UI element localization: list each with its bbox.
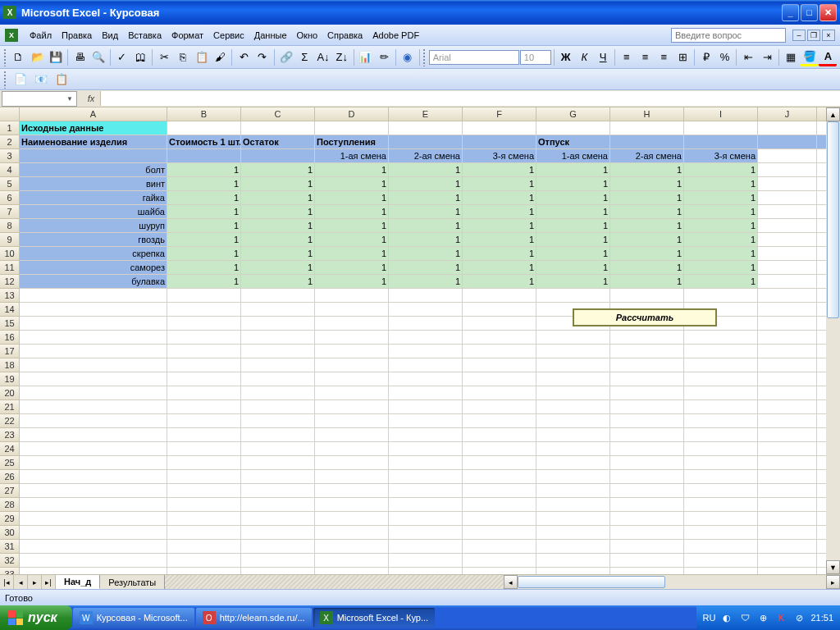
cell[interactable]: 1 — [167, 247, 241, 261]
cell[interactable] — [536, 484, 610, 498]
tray-icon[interactable]: 🛡 — [738, 611, 751, 624]
cell[interactable] — [20, 526, 167, 540]
cell[interactable] — [167, 372, 241, 386]
cell[interactable] — [536, 358, 610, 372]
cell[interactable] — [241, 442, 315, 456]
cell[interactable] — [758, 177, 817, 191]
cell[interactable] — [758, 233, 817, 247]
cell[interactable]: 1 — [389, 177, 463, 191]
cell[interactable] — [684, 512, 758, 526]
cell[interactable] — [463, 526, 536, 540]
cell[interactable] — [241, 289, 315, 303]
cell[interactable] — [315, 400, 389, 414]
menu-file[interactable]: Файл — [25, 29, 57, 42]
cell[interactable] — [463, 289, 536, 303]
cell[interactable]: 1 — [241, 219, 315, 233]
cell[interactable] — [758, 400, 817, 414]
cell[interactable] — [20, 149, 167, 163]
cell[interactable]: 1 — [463, 233, 536, 247]
mdi-restore-button[interactable]: ❐ — [807, 30, 820, 41]
borders-icon[interactable]: ▦ — [782, 48, 800, 66]
cell[interactable] — [389, 540, 463, 554]
cell[interactable]: 1 — [610, 205, 684, 219]
cell[interactable] — [167, 386, 241, 400]
cell[interactable] — [241, 554, 315, 568]
paste-icon[interactable]: 📋 — [193, 48, 211, 66]
cell[interactable]: 2-ая смена — [610, 149, 684, 163]
pdf-convert-icon[interactable]: 📄 — [11, 71, 30, 89]
cell[interactable] — [610, 414, 684, 428]
cell[interactable] — [389, 372, 463, 386]
cell[interactable] — [758, 275, 817, 289]
scroll-thumb[interactable] — [827, 121, 839, 318]
cell[interactable] — [758, 303, 817, 317]
redo-icon[interactable]: ↷ — [253, 48, 272, 66]
row-header[interactable]: 5 — [0, 177, 20, 191]
cell[interactable] — [610, 554, 684, 568]
cell[interactable] — [389, 386, 463, 400]
menu-data[interactable]: Данные — [249, 29, 292, 42]
cell[interactable] — [20, 470, 167, 484]
cell[interactable] — [167, 512, 241, 526]
cell[interactable]: 1 — [536, 275, 610, 289]
cell[interactable]: 1 — [684, 191, 758, 205]
cell[interactable] — [610, 512, 684, 526]
sort-desc-icon[interactable]: Z↓ — [333, 48, 351, 66]
fx-button[interactable]: fx — [84, 91, 98, 106]
cell[interactable]: 1 — [610, 233, 684, 247]
print-icon[interactable]: 🖶 — [71, 48, 89, 66]
menu-format[interactable]: Формат — [167, 29, 208, 42]
row-header[interactable]: 23 — [0, 428, 20, 442]
cell[interactable] — [536, 289, 610, 303]
cell[interactable] — [684, 386, 758, 400]
toolbar-handle[interactable] — [422, 48, 426, 66]
cell[interactable]: 1 — [241, 261, 315, 275]
cell[interactable]: 1 — [536, 219, 610, 233]
cell[interactable] — [536, 428, 610, 442]
cell[interactable]: 1 — [389, 233, 463, 247]
cell[interactable] — [315, 540, 389, 554]
align-right-icon[interactable]: ≡ — [655, 48, 673, 66]
cell[interactable] — [167, 400, 241, 414]
percent-icon[interactable]: % — [716, 48, 734, 66]
cell[interactable] — [389, 358, 463, 372]
cell[interactable] — [684, 554, 758, 568]
cell[interactable] — [315, 289, 389, 303]
column-header[interactable]: I — [684, 107, 758, 121]
vertical-scrollbar[interactable]: ▲ ▼ — [826, 107, 840, 574]
calculate-button[interactable]: Рассчитать — [573, 308, 717, 326]
cell[interactable] — [315, 372, 389, 386]
cell[interactable] — [20, 289, 167, 303]
font-name-input[interactable] — [429, 50, 519, 65]
cell[interactable] — [758, 121, 817, 135]
start-button[interactable]: пуск — [0, 605, 72, 630]
cell[interactable] — [610, 135, 684, 149]
cell[interactable] — [536, 498, 610, 512]
cell[interactable] — [684, 400, 758, 414]
currency-icon[interactable]: ₽ — [697, 48, 715, 66]
cell[interactable] — [167, 331, 241, 345]
row-header[interactable]: 20 — [0, 386, 20, 400]
cell[interactable]: 1 — [315, 261, 389, 275]
cell[interactable]: 1 — [315, 233, 389, 247]
menu-window[interactable]: Окно — [292, 29, 323, 42]
cell[interactable]: 1 — [241, 275, 315, 289]
row-header[interactable]: 30 — [0, 526, 20, 540]
row-header[interactable]: 3 — [0, 149, 20, 163]
cell[interactable] — [684, 470, 758, 484]
cell[interactable] — [536, 372, 610, 386]
column-header[interactable]: D — [315, 107, 389, 121]
cell[interactable]: 1 — [684, 163, 758, 177]
cell[interactable] — [463, 470, 536, 484]
cell[interactable] — [758, 163, 817, 177]
cell[interactable] — [315, 303, 389, 317]
cell[interactable] — [389, 400, 463, 414]
cell[interactable] — [241, 456, 315, 470]
cell[interactable] — [758, 428, 817, 442]
column-header[interactable]: A — [20, 107, 167, 121]
pdf-email-icon[interactable]: 📧 — [32, 71, 50, 89]
cell[interactable] — [20, 456, 167, 470]
cell[interactable] — [684, 135, 758, 149]
cell[interactable] — [684, 331, 758, 345]
cell[interactable] — [20, 554, 167, 568]
